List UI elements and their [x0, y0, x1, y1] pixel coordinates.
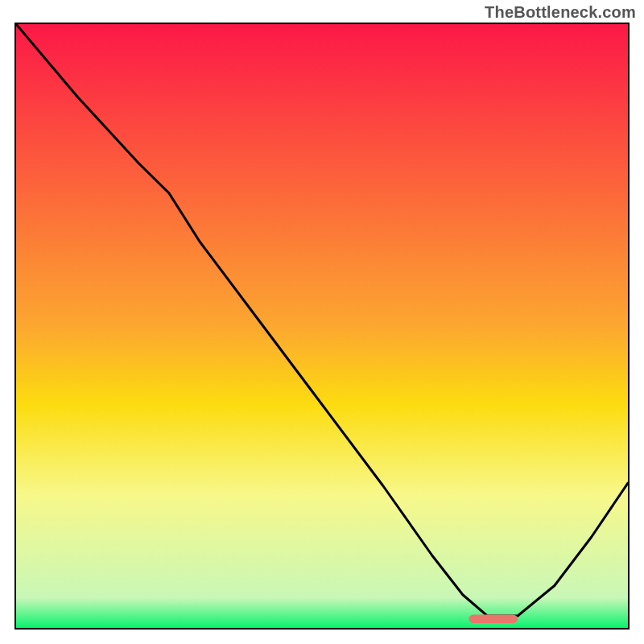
plot-area	[14, 23, 630, 630]
watermark-label: TheBottleneck.com	[485, 3, 636, 22]
optimum-marker	[469, 615, 518, 624]
marker-layer	[16, 24, 628, 628]
chart-container: TheBottleneck.com 0, 0.1, 0.2, 0.25, 0.3…	[0, 0, 644, 644]
